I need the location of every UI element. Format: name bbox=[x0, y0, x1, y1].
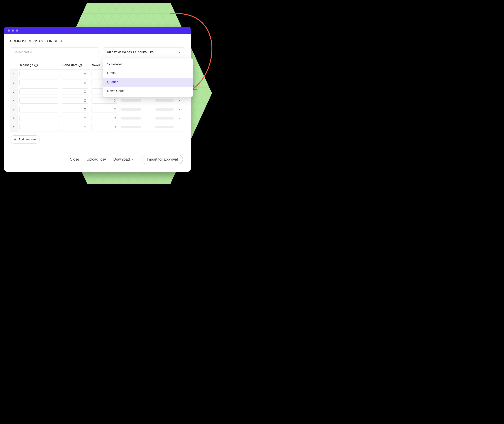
window-control-dot[interactable] bbox=[8, 29, 10, 32]
table-row: 6× bbox=[10, 114, 185, 123]
import-option-queued[interactable]: Queued bbox=[103, 78, 193, 87]
send-date-input[interactable] bbox=[62, 80, 88, 86]
import-option-scheduled[interactable]: Scheduled bbox=[103, 60, 193, 69]
placeholder-pill bbox=[121, 99, 141, 102]
row-number: 3 bbox=[10, 87, 18, 96]
chevron-down-icon bbox=[131, 158, 134, 161]
help-icon[interactable]: ? bbox=[34, 64, 38, 67]
send-time-input[interactable] bbox=[91, 115, 118, 121]
message-input[interactable] bbox=[19, 88, 59, 95]
top-controls-row: Select profile IMPORT MESSAGES AS: SCHED… bbox=[10, 47, 185, 57]
calendar-icon bbox=[84, 99, 87, 102]
row-number: 5 bbox=[10, 105, 18, 114]
clock-icon bbox=[113, 108, 116, 111]
message-input[interactable] bbox=[19, 80, 59, 86]
window-control-dot[interactable] bbox=[16, 29, 18, 32]
send-time-input[interactable] bbox=[91, 106, 118, 112]
svg-rect-8 bbox=[84, 108, 86, 110]
upload-csv-button[interactable]: Upload .csv bbox=[87, 157, 106, 162]
send-time-input[interactable] bbox=[91, 97, 118, 104]
placeholder-pill bbox=[121, 126, 141, 128]
page-title: COMPOSE MESSAGES IN BULK bbox=[10, 39, 185, 43]
remove-row-button[interactable]: × bbox=[177, 98, 182, 103]
message-input[interactable] bbox=[19, 71, 59, 77]
calendar-icon bbox=[84, 126, 87, 129]
plus-icon bbox=[14, 138, 17, 141]
calendar-icon bbox=[84, 117, 87, 120]
col-send-date: Send date? bbox=[60, 61, 90, 69]
remove-row-button[interactable]: × bbox=[177, 107, 182, 112]
send-date-input[interactable] bbox=[62, 88, 88, 95]
row-number: 7 bbox=[10, 123, 18, 131]
message-input[interactable] bbox=[19, 115, 59, 121]
clock-icon bbox=[113, 126, 116, 129]
clock-icon bbox=[113, 99, 116, 102]
placeholder-pill bbox=[155, 126, 174, 128]
import-dropdown-menu: Scheduled Drafts Queued New Queue bbox=[103, 58, 193, 97]
import-messages-dropdown[interactable]: IMPORT MESSAGES AS: SCHEDULED Scheduled … bbox=[103, 47, 185, 57]
svg-rect-10 bbox=[84, 117, 86, 119]
close-button[interactable]: Close bbox=[70, 157, 79, 162]
import-for-approval-button[interactable]: Import for approval bbox=[142, 155, 183, 164]
svg-rect-0 bbox=[84, 73, 86, 75]
calendar-icon bbox=[84, 81, 87, 84]
placeholder-pill bbox=[155, 117, 174, 119]
remove-row-button[interactable]: × bbox=[177, 116, 182, 120]
window-control-dot[interactable] bbox=[12, 29, 14, 32]
send-date-input[interactable] bbox=[62, 124, 88, 130]
window-content: COMPOSE MESSAGES IN BULK Select profile … bbox=[4, 34, 191, 172]
window-titlebar bbox=[4, 27, 191, 34]
footer-actions: Close Upload .csv Download Import for ap… bbox=[10, 155, 185, 164]
message-input[interactable] bbox=[19, 124, 59, 130]
send-date-input[interactable] bbox=[62, 115, 88, 121]
placeholder-pill bbox=[155, 108, 174, 111]
table-row: 7 bbox=[10, 123, 185, 131]
svg-rect-2 bbox=[84, 82, 86, 84]
import-dropdown-trigger[interactable]: IMPORT MESSAGES AS: SCHEDULED bbox=[103, 47, 185, 57]
send-date-input[interactable] bbox=[62, 106, 88, 112]
table-row: 5× bbox=[10, 105, 185, 114]
clock-icon bbox=[113, 117, 116, 120]
send-date-input[interactable] bbox=[62, 71, 88, 77]
row-number: 2 bbox=[10, 78, 18, 87]
calendar-icon bbox=[84, 72, 87, 75]
chevron-down-icon bbox=[178, 51, 181, 54]
row-number: 4 bbox=[10, 96, 18, 105]
app-window: COMPOSE MESSAGES IN BULK Select profile … bbox=[4, 27, 191, 172]
row-number: 1 bbox=[10, 69, 18, 78]
svg-rect-12 bbox=[84, 126, 86, 128]
message-input[interactable] bbox=[19, 106, 59, 112]
row-number: 6 bbox=[10, 114, 18, 123]
placeholder-pill bbox=[121, 108, 141, 111]
help-icon[interactable]: ? bbox=[79, 64, 82, 67]
select-profile-placeholder: Select profile bbox=[14, 50, 32, 54]
add-new-row-button[interactable]: Add new row bbox=[10, 135, 40, 143]
add-row-label: Add new row bbox=[19, 138, 36, 141]
placeholder-pill bbox=[121, 117, 141, 119]
table-row: 4× bbox=[10, 96, 185, 105]
svg-rect-4 bbox=[84, 91, 86, 93]
send-time-input[interactable] bbox=[91, 124, 118, 130]
download-button[interactable]: Download bbox=[113, 157, 134, 162]
calendar-icon bbox=[84, 108, 87, 111]
import-option-drafts[interactable]: Drafts bbox=[103, 69, 193, 78]
select-profile-dropdown[interactable]: Select profile bbox=[10, 47, 99, 57]
import-dropdown-label: IMPORT MESSAGES AS: SCHEDULED bbox=[107, 51, 154, 54]
placeholder-pill bbox=[155, 99, 174, 102]
col-message: Message? bbox=[18, 61, 60, 69]
svg-rect-6 bbox=[84, 100, 86, 101]
message-input[interactable] bbox=[19, 97, 59, 104]
calendar-icon bbox=[84, 90, 87, 93]
send-date-input[interactable] bbox=[62, 97, 88, 104]
import-option-new-queue[interactable]: New Queue bbox=[103, 87, 193, 95]
